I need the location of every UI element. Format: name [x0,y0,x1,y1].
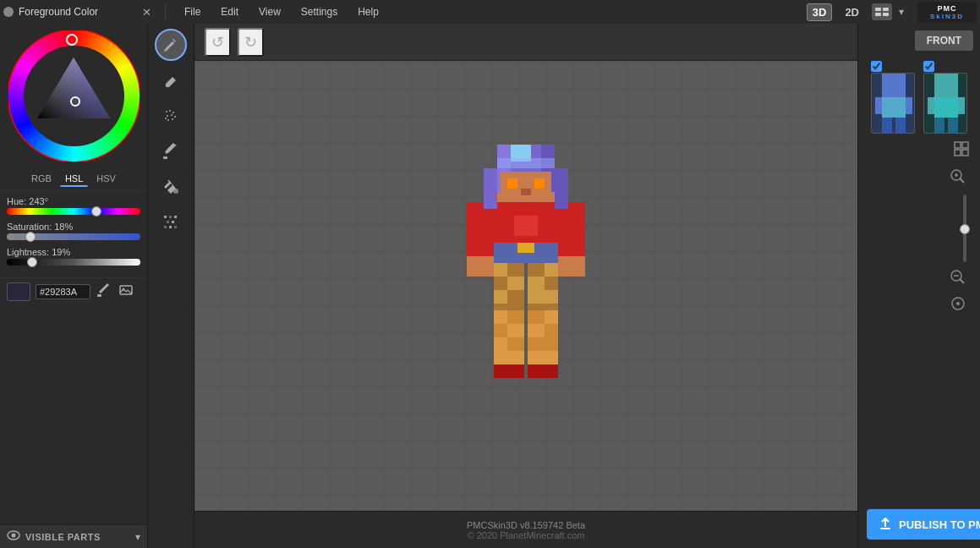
zoom-out-btn[interactable] [950,269,966,288]
svg-line-95 [960,279,964,283]
redo-btn[interactable]: ↻ [238,28,264,57]
skin3d-text: SkIN3D [930,13,964,20]
svg-rect-75 [875,97,882,114]
svg-rect-78 [895,118,906,134]
image-load-btn[interactable] [118,282,134,301]
toolbar: ↺ ↻ [194,24,857,61]
sat-light-area[interactable] [29,51,119,141]
svg-rect-76 [906,97,912,114]
svg-rect-87 [955,150,961,156]
pmc-logo: PMC SkIN3D [917,2,977,23]
menu-edit[interactable]: Edit [216,4,244,19]
dither-icon [162,214,179,231]
svg-rect-57 [528,290,541,304]
eraser-tool-btn[interactable] [155,64,187,96]
view-arrow-icon[interactable]: ▾ [899,6,904,18]
tab-hsv[interactable]: HSV [91,172,121,187]
undo-btn[interactable]: ↺ [205,28,231,57]
pencil-tool-btn[interactable] [155,29,187,61]
tab-rgb[interactable]: RGB [26,172,57,187]
svg-rect-49 [558,256,585,277]
svg-point-16 [167,115,168,117]
visible-parts-btn[interactable]: VISIBLE PARTS ▾ [0,524,147,548]
svg-rect-30 [169,226,172,228]
svg-rect-63 [494,337,507,351]
color-hex-area [0,277,147,304]
sat-slider-row: Saturation: 18% [7,222,140,240]
skin-thumb-2 [923,73,967,134]
svg-rect-54 [494,290,507,304]
eyedropper-tool-btn[interactable] [155,135,187,167]
skin-viewport [450,141,602,431]
spray-tool-btn[interactable] [155,100,187,132]
svg-rect-29 [164,226,167,228]
canvas-section: ↺ ↻ [194,24,857,548]
camera-btn[interactable] [950,295,966,315]
fg-close-btn[interactable]: ✕ [142,6,151,19]
fg-dot-icon [3,7,14,17]
zoom-slider[interactable] [963,195,966,262]
color-wheel[interactable] [8,30,140,162]
copyright-text: © 2020 PlanetMinecraft.com [467,530,585,540]
thumb-1-checkbox[interactable] [871,61,882,72]
color-swatch[interactable] [7,282,30,301]
menu-file[interactable]: File [179,4,205,19]
svg-point-20 [172,118,173,120]
svg-rect-52 [494,263,507,277]
minecraft-skin-svg [450,141,602,429]
fg-header-inline: Foreground Color ✕ [3,6,151,19]
view-3d-btn[interactable]: 3D [807,3,833,21]
light-thumb[interactable] [27,257,37,267]
dither-tool-btn[interactable] [155,206,187,238]
svg-point-12 [12,534,16,538]
svg-rect-25 [169,216,172,218]
zoom-slider-thumb[interactable] [960,224,970,234]
svg-rect-65 [528,324,545,337]
svg-rect-28 [172,221,174,223]
svg-rect-86 [962,142,968,148]
view-2d-btn[interactable]: 2D [839,3,865,21]
tools-panel [148,24,194,548]
visible-parts-label: VISIBLE PARTS [25,532,101,542]
thumb-skin-1-svg [872,74,915,134]
canvas-area[interactable] [194,61,857,511]
svg-rect-72 [497,158,555,168]
publish-btn[interactable]: PUBLISH TO PMC! [867,509,980,540]
hue-thumb[interactable] [91,206,101,216]
svg-rect-1 [883,8,889,11]
svg-rect-98 [880,528,890,529]
svg-rect-47 [467,256,494,277]
eye-svg [7,530,20,540]
eyedropper-btn[interactable] [96,282,112,301]
svg-rect-27 [167,221,169,223]
hue-cursor [66,34,78,46]
hue-track[interactable] [7,208,140,215]
menu-settings[interactable]: Settings [296,4,342,19]
version-text: PMCSkin3D v8.159742 Beta [467,520,585,530]
light-label: Lightness: 19% [7,247,140,257]
svg-rect-3 [883,13,889,16]
light-track[interactable] [7,259,140,266]
visible-parts-arrow: ▾ [135,531,140,543]
svg-rect-83 [934,118,944,134]
svg-point-14 [169,110,171,112]
zoom-in-btn[interactable] [950,168,966,188]
thumb-2-checkbox[interactable] [923,61,934,72]
grid-view-btn[interactable] [953,140,970,162]
menu-view[interactable]: View [254,4,286,19]
sat-thumb[interactable] [25,232,36,242]
svg-rect-82 [958,97,965,114]
hex-input[interactable] [36,284,90,299]
svg-rect-66 [545,310,558,324]
svg-rect-62 [507,324,524,337]
sat-track[interactable] [7,233,140,240]
menu-help[interactable]: Help [353,4,384,19]
view-dropdown-btn[interactable] [872,3,892,20]
right-spacer-2 [858,318,980,501]
publish-area: PUBLISH TO PMC! [858,501,980,548]
tab-hsl[interactable]: HSL [60,172,88,187]
svg-rect-80 [934,97,958,118]
svg-rect-45 [517,243,534,253]
status-text: PMCSkin3D v8.159742 Beta © 2020 PlanetMi… [467,520,585,540]
fill-tool-btn[interactable] [155,171,187,203]
